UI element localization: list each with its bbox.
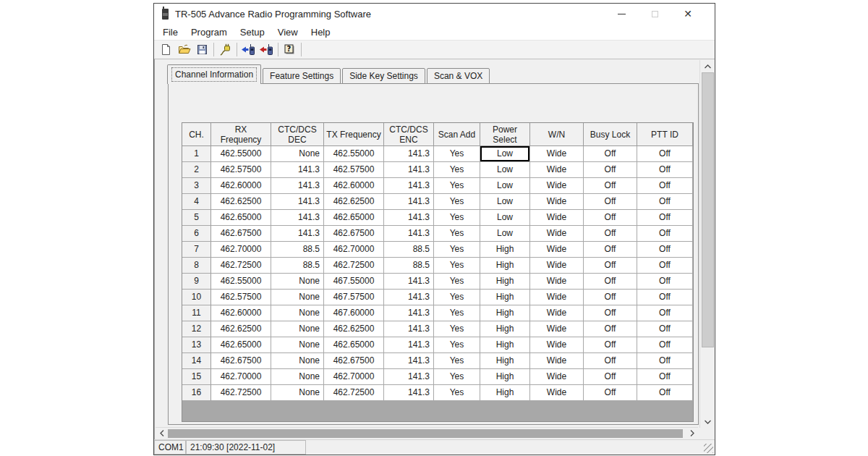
cell-enc[interactable]: 141.3 [384, 194, 434, 210]
cell-wn[interactable]: Wide [530, 337, 584, 353]
column-header-enc[interactable]: CTC/DCS ENC [384, 123, 434, 146]
row-header-cell[interactable]: 8 [182, 258, 211, 274]
cell-enc[interactable]: 141.3 [384, 226, 434, 242]
cell-rx[interactable]: 462.72500 [211, 385, 271, 401]
row-header-cell[interactable]: 14 [182, 353, 211, 369]
connect-cable-button[interactable] [216, 41, 234, 58]
cell-power[interactable]: Low [480, 146, 530, 162]
row-header-cell[interactable]: 12 [182, 321, 211, 337]
cell-enc[interactable]: 141.3 [384, 321, 434, 337]
cell-wn[interactable]: Wide [530, 258, 584, 274]
cell-wn[interactable]: Wide [530, 305, 584, 321]
row-header-cell[interactable]: 10 [182, 290, 211, 305]
cell-ptt[interactable]: Off [637, 210, 693, 226]
row-header-cell[interactable]: 16 [182, 385, 211, 401]
cell-wn[interactable]: Wide [530, 210, 584, 226]
cell-scan[interactable]: Yes [434, 146, 480, 162]
cell-power[interactable]: Low [480, 210, 530, 226]
cell-ptt[interactable]: Off [637, 178, 693, 194]
cell-scan[interactable]: Yes [434, 162, 480, 178]
cell-tx[interactable]: 462.65000 [324, 210, 384, 226]
cell-dec[interactable]: None [271, 290, 324, 305]
cell-scan[interactable]: Yes [434, 321, 480, 337]
cell-tx[interactable]: 462.55000 [324, 146, 384, 162]
cell-ptt[interactable]: Off [637, 321, 693, 337]
row-header-cell[interactable]: 2 [182, 162, 211, 178]
cell-rx[interactable]: 462.60000 [211, 305, 271, 321]
cell-wn[interactable]: Wide [530, 146, 584, 162]
cell-wn[interactable]: Wide [530, 290, 584, 305]
cell-busy[interactable]: Off [584, 210, 637, 226]
cell-wn[interactable]: Wide [530, 178, 584, 194]
cell-busy[interactable]: Off [584, 321, 637, 337]
cell-rx[interactable]: 462.55000 [211, 274, 271, 290]
cell-rx[interactable]: 462.65000 [211, 210, 271, 226]
cell-rx[interactable]: 462.65000 [211, 337, 271, 353]
cell-rx[interactable]: 462.67500 [211, 353, 271, 369]
cell-ptt[interactable]: Off [637, 242, 693, 258]
cell-busy[interactable]: Off [584, 162, 637, 178]
cell-ptt[interactable]: Off [637, 290, 693, 305]
cell-ptt[interactable]: Off [637, 353, 693, 369]
maximize-button[interactable] [638, 4, 671, 24]
column-header-scan[interactable]: Scan Add [434, 123, 480, 146]
cell-enc[interactable]: 141.3 [384, 353, 434, 369]
cell-wn[interactable]: Wide [530, 353, 584, 369]
column-header-wn[interactable]: W/N [530, 123, 584, 146]
row-header-cell[interactable]: 11 [182, 305, 211, 321]
column-header-dec[interactable]: CTC/DCS DEC [271, 123, 324, 146]
cell-scan[interactable]: Yes [434, 305, 480, 321]
cell-power[interactable]: High [480, 321, 530, 337]
column-header-tx[interactable]: TX Frequency [324, 123, 384, 146]
cell-scan[interactable]: Yes [434, 210, 480, 226]
cell-rx[interactable]: 462.67500 [211, 226, 271, 242]
row-header-cell[interactable]: 9 [182, 274, 211, 290]
cell-scan[interactable]: Yes [434, 194, 480, 210]
cell-wn[interactable]: Wide [530, 242, 584, 258]
cell-scan[interactable]: Yes [434, 178, 480, 194]
cell-dec[interactable]: 141.3 [271, 226, 324, 242]
cell-power[interactable]: High [480, 369, 530, 385]
minimize-button[interactable] [605, 4, 638, 24]
scroll-up-button[interactable] [700, 60, 715, 72]
tab-feature-settings[interactable]: Feature Settings [263, 68, 341, 84]
cell-busy[interactable]: Off [584, 305, 637, 321]
cell-tx[interactable]: 462.67500 [324, 226, 384, 242]
cell-dec[interactable]: 141.3 [271, 194, 324, 210]
cell-power[interactable]: High [480, 290, 530, 305]
cell-tx[interactable]: 462.57500 [324, 162, 384, 178]
row-header-cell[interactable]: 13 [182, 337, 211, 353]
row-header-cell[interactable]: 5 [182, 210, 211, 226]
cell-enc[interactable]: 88.5 [384, 242, 434, 258]
cell-busy[interactable]: Off [584, 178, 637, 194]
cell-busy[interactable]: Off [584, 337, 637, 353]
column-header-power[interactable]: Power Select [480, 123, 530, 146]
cell-scan[interactable]: Yes [434, 353, 480, 369]
menu-program[interactable]: Program [184, 25, 234, 39]
cell-dec[interactable]: None [271, 146, 324, 162]
vertical-scroll-thumb[interactable] [702, 72, 714, 347]
cell-power[interactable]: High [480, 305, 530, 321]
cell-ptt[interactable]: Off [637, 274, 693, 290]
cell-ptt[interactable]: Off [637, 162, 693, 178]
cell-power[interactable]: Low [480, 194, 530, 210]
cell-rx[interactable]: 462.60000 [211, 178, 271, 194]
scroll-right-button[interactable] [686, 428, 698, 439]
cell-ptt[interactable]: Off [637, 305, 693, 321]
cell-tx[interactable]: 462.72500 [324, 385, 384, 401]
cell-wn[interactable]: Wide [530, 385, 584, 401]
cell-scan[interactable]: Yes [434, 226, 480, 242]
cell-scan[interactable]: Yes [434, 385, 480, 401]
cell-rx[interactable]: 462.72500 [211, 258, 271, 274]
cell-enc[interactable]: 141.3 [384, 385, 434, 401]
cell-busy[interactable]: Off [584, 242, 637, 258]
open-file-button[interactable] [175, 41, 193, 58]
menu-help[interactable]: Help [305, 25, 337, 39]
cell-wn[interactable]: Wide [530, 226, 584, 242]
resize-grip[interactable] [704, 444, 713, 453]
cell-wn[interactable]: Wide [530, 194, 584, 210]
row-header-cell[interactable]: 4 [182, 194, 211, 210]
cell-enc[interactable]: 141.3 [384, 305, 434, 321]
cell-ptt[interactable]: Off [637, 369, 693, 385]
tab-channel-information[interactable]: Channel Information [167, 64, 261, 84]
